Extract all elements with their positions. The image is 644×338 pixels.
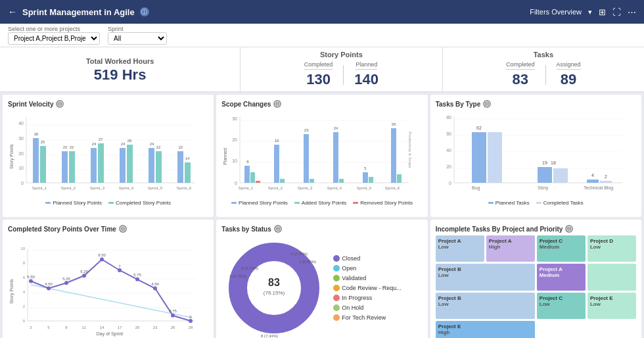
svg-rect-32: [149, 148, 154, 183]
back-icon[interactable]: ←: [8, 7, 17, 17]
kpi-points-planned-label: Planned: [356, 61, 377, 70]
svg-point-118: [29, 279, 33, 283]
kpi-tasks-assigned-value: 89: [561, 71, 576, 88]
velocity-info-icon: ⓘ: [56, 100, 64, 108]
svg-rect-62: [310, 179, 314, 183]
more-icon[interactable]: ⋯: [628, 7, 636, 17]
incomplete-tasks-title: Incomplete Tasks By Project and Priority…: [436, 225, 636, 233]
svg-text:2: 2: [30, 326, 32, 329]
svg-point-123: [118, 268, 122, 272]
incomplete-tasks-chart: Incomplete Tasks By Project and Priority…: [430, 220, 641, 338]
completed-over-time-chart: Completed Story Points Over Time ⓘ Story…: [3, 220, 214, 338]
svg-rect-66: [339, 179, 344, 183]
svg-text:5.50: 5.50: [27, 275, 35, 279]
kpi-tasks-assigned: Assigned 89: [557, 61, 581, 88]
svg-rect-37: [177, 151, 183, 183]
expand-icon[interactable]: ⛶: [612, 7, 621, 17]
sprint-filter-label: Sprint: [108, 26, 167, 32]
header-left: ← Sprint Management in Agile ⓘ: [8, 7, 149, 17]
svg-rect-90: [488, 132, 502, 183]
svg-text:40: 40: [446, 148, 451, 153]
svg-text:Sprint_6: Sprint_6: [177, 186, 192, 190]
svg-text:60: 60: [446, 132, 451, 136]
svg-text:23: 23: [153, 326, 158, 329]
scope-legend: Planned Story Points Added Story Points …: [221, 200, 422, 206]
svg-point-124: [135, 278, 139, 281]
filters-overview-button[interactable]: Filters Overview: [530, 8, 582, 16]
svg-text:3 (2.75%): 3 (2.75%): [229, 274, 246, 278]
tasks-status-info-icon: ⓘ: [274, 225, 282, 233]
chevron-down-icon[interactable]: ▾: [588, 8, 592, 16]
header-title: Sprint Management in Agile: [22, 7, 135, 17]
svg-rect-99: [600, 181, 612, 183]
svg-text:19: 19: [542, 160, 547, 165]
svg-text:29: 29: [189, 326, 193, 329]
donut-svg: 83 (76.15%) 3 (2.75%) 3 (2.75%) 3 (2.75%…: [221, 235, 327, 338]
kpi-points-planned-value: 140: [354, 71, 379, 88]
svg-text:18: 18: [275, 139, 279, 143]
svg-point-125: [153, 287, 157, 291]
scope-changes-chart: Scope Changes ⓘ Planned 0 10 20 30 8 Spr…: [216, 95, 427, 217]
svg-rect-22: [91, 148, 97, 183]
velocity-svg: Story Points 0 10 20 30 40 30 25 Sprint_…: [8, 110, 198, 196]
svg-text:1 (0.92%): 1 (0.92%): [299, 260, 316, 264]
svg-text:4: 4: [23, 290, 26, 294]
svg-rect-57: [274, 145, 279, 183]
svg-rect-74: [397, 174, 402, 183]
treemap-cell-project-a-medium: Project A Medium: [537, 264, 586, 290]
sprint-filter-select[interactable]: All: [108, 32, 167, 45]
svg-text:22: 22: [179, 145, 183, 149]
kpi-points-completed-value: 130: [306, 71, 331, 88]
donut-legend: Closed Open Validated Code Review - Requ…: [333, 255, 402, 321]
velocity-legend: Planned Story Points Completed Story Poi…: [8, 200, 208, 206]
legend-planned-velocity: Planned Story Points: [45, 200, 102, 206]
legend-planned-tasks: Planned Tasks: [488, 200, 530, 206]
kpi-points-divider: [343, 65, 344, 85]
svg-point-122: [100, 258, 104, 262]
svg-text:10: 10: [20, 247, 25, 251]
legend-in-progress: In Progress: [333, 295, 402, 301]
grid-icon[interactable]: ⊞: [599, 7, 606, 17]
sprint-velocity-chart: Sprint Velocity ⓘ Story Points 0 10 20 3…: [3, 95, 214, 217]
svg-point-127: [189, 319, 193, 323]
treemap-cell-project-e-high: Project E High: [436, 321, 535, 338]
legend-on-hold: On Hold: [333, 304, 402, 311]
svg-text:14: 14: [185, 157, 190, 160]
svg-text:Sprint_4: Sprint_4: [119, 186, 134, 190]
svg-text:8.50: 8.50: [98, 253, 106, 257]
project-filter-label: Select one or more projects: [8, 26, 100, 32]
main-content: Sprint Velocity ⓘ Story Points 0 10 20 3…: [0, 92, 644, 338]
kpi-tasks-completed-value: 83: [513, 71, 528, 88]
legend-completed-velocity: Completed Story Points: [108, 200, 171, 206]
kpi-points-completed: Completed 130: [304, 61, 333, 88]
svg-rect-38: [185, 162, 191, 183]
svg-text:Sprint_5: Sprint_5: [148, 186, 163, 190]
svg-text:Technical Blog: Technical Blog: [584, 185, 613, 191]
svg-text:20: 20: [233, 137, 238, 142]
svg-text:80: 80: [446, 115, 451, 120]
kpi-hours: Total Worked Hours 519 Hrs: [0, 47, 241, 91]
svg-text:6: 6: [23, 276, 26, 279]
svg-text:4.50: 4.50: [151, 282, 159, 286]
svg-rect-94: [553, 168, 568, 183]
sprint-filter-group: Sprint All: [108, 26, 167, 45]
svg-text:0: 0: [449, 181, 451, 185]
kpi-tasks: Tasks Completed 83 Assigned 89: [443, 47, 644, 91]
svg-text:0: 0: [189, 315, 192, 319]
treemap-cell-project-b2-low: Project B Low: [436, 293, 535, 319]
svg-rect-89: [472, 132, 486, 183]
svg-rect-93: [538, 167, 552, 183]
svg-rect-61: [304, 134, 309, 183]
kpi-points-completed-label: Completed: [304, 61, 333, 70]
treemap-cell-project-e-low: Project E Low: [587, 293, 636, 319]
project-filter-select[interactable]: Project A,Project B,Project D,Project...: [8, 32, 100, 45]
kpi-story-points: Story Points Completed 130 Planned 140: [241, 47, 442, 91]
incomplete-info-icon: ⓘ: [565, 225, 573, 233]
svg-point-120: [64, 281, 68, 285]
svg-text:24: 24: [150, 142, 154, 146]
tasks-type-legend: Planned Tasks Completed Tasks: [436, 200, 636, 206]
svg-text:26: 26: [127, 139, 132, 143]
svg-text:26: 26: [171, 326, 175, 329]
treemap-cell-project-a-high: Project A High: [486, 235, 535, 262]
svg-rect-18: [69, 151, 75, 183]
